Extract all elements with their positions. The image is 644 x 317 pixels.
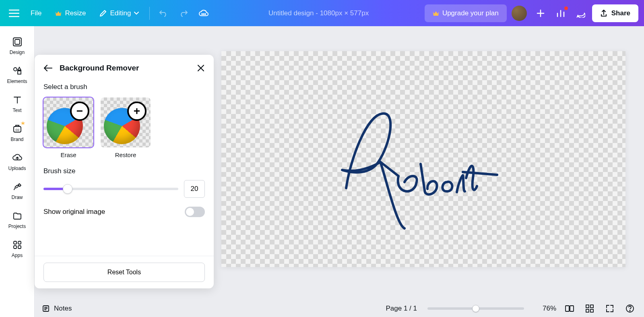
reset-tools-button[interactable]: Reset Tools	[43, 263, 205, 282]
brush-size-value[interactable]: 20	[184, 180, 205, 198]
document-title[interactable]: Untitled design - 1080px × 577px	[215, 9, 422, 17]
bottombar: Notes Page 1 / 1 76%	[35, 300, 644, 317]
chevron-down-icon	[134, 12, 139, 15]
share-label: Share	[611, 9, 630, 17]
brush-erase-label: Erase	[60, 151, 76, 158]
sidebar-item-label: Uploads	[8, 166, 26, 171]
brush-size-label: Brush size	[43, 167, 205, 175]
crown-icon	[55, 10, 62, 16]
topbar: File Resize Editing Untitled design - 10…	[0, 0, 644, 26]
sidebar-item-label: Projects	[8, 224, 26, 229]
svg-point-3	[203, 14, 204, 15]
svg-rect-25	[566, 306, 569, 311]
svg-rect-28	[590, 305, 593, 308]
resize-label: Resize	[65, 9, 86, 17]
sidebar-item-label: Elements	[7, 79, 27, 84]
sidebar-item-brand[interactable]: co Brand	[0, 119, 34, 147]
fullscreen-button[interactable]	[603, 302, 617, 315]
share-button[interactable]: Share	[592, 4, 638, 22]
pencil-icon	[99, 10, 107, 17]
zoom-slider[interactable]	[427, 307, 524, 310]
show-original-label: Show original image	[43, 208, 105, 216]
svg-rect-20	[18, 246, 21, 249]
minus-icon: −	[70, 102, 89, 121]
editing-menu[interactable]: Editing	[94, 5, 144, 22]
resize-menu[interactable]: Resize	[50, 5, 91, 22]
pages-view-button[interactable]	[563, 302, 576, 315]
page-indicator: Page 1 / 1	[386, 305, 417, 313]
sidebar-item-draw[interactable]: Draw	[0, 177, 34, 205]
redo-button[interactable]	[175, 5, 192, 22]
svg-rect-19	[14, 246, 17, 249]
brush-option-restore[interactable]: + Restore	[101, 97, 151, 158]
brush-size-slider[interactable]	[43, 188, 178, 190]
artboard[interactable]	[221, 51, 625, 267]
sidebar-item-apps[interactable]: Apps	[0, 235, 34, 263]
sidebar-item-design[interactable]: Design	[0, 32, 34, 60]
upload-icon	[600, 10, 607, 17]
undo-button[interactable]	[155, 5, 172, 22]
notes-label: Notes	[54, 305, 72, 313]
sidebar-item-uploads[interactable]: Uploads	[0, 148, 34, 176]
main-menu-button[interactable]	[6, 5, 23, 22]
help-button[interactable]	[623, 302, 637, 315]
sidebar-item-label: Apps	[12, 253, 23, 258]
svg-point-5	[202, 14, 202, 15]
brush-section-label: Select a brush	[43, 83, 205, 91]
svg-rect-17	[14, 241, 17, 244]
divider	[149, 7, 150, 20]
comment-button[interactable]	[572, 5, 590, 22]
svg-rect-18	[18, 241, 21, 244]
sidebar-item-label: Draw	[11, 195, 23, 200]
insights-button[interactable]	[552, 5, 570, 22]
svg-rect-29	[586, 309, 589, 312]
svg-point-32	[630, 311, 630, 311]
crown-icon	[433, 10, 439, 16]
sidebar-item-text[interactable]: Text	[0, 90, 34, 118]
close-button[interactable]	[197, 64, 205, 72]
brush-restore-label: Restore	[115, 151, 136, 158]
brush-option-erase[interactable]: − Erase	[43, 97, 93, 158]
sidebar-item-projects[interactable]: Projects	[0, 206, 34, 234]
show-original-toggle[interactable]	[185, 207, 205, 217]
file-menu[interactable]: File	[25, 5, 47, 22]
editing-label: Editing	[110, 9, 131, 17]
sidebar-item-label: Design	[10, 50, 25, 55]
background-remover-panel: Background Remover Select a brush − Eras…	[35, 55, 214, 288]
svg-rect-26	[570, 306, 574, 311]
svg-rect-27	[586, 305, 589, 308]
sidebar-item-label: Brand	[10, 137, 23, 142]
svg-rect-12	[15, 39, 20, 44]
add-button[interactable]	[532, 5, 549, 22]
sidebar: Design Elements Text co Brand Uploads Dr…	[0, 26, 35, 317]
cloud-sync-button[interactable]	[195, 5, 213, 22]
avatar[interactable]	[512, 6, 527, 21]
svg-point-13	[14, 68, 17, 71]
file-menu-label: File	[31, 9, 41, 17]
grid-view-button[interactable]	[583, 302, 597, 315]
upgrade-button[interactable]: Upgrade your plan	[425, 4, 507, 22]
upgrade-label: Upgrade your plan	[442, 9, 499, 17]
sidebar-item-elements[interactable]: Elements	[0, 61, 34, 89]
svg-text:co: co	[15, 128, 19, 132]
panel-title: Background Remover	[60, 64, 139, 73]
signature-image	[334, 104, 503, 232]
back-button[interactable]	[43, 64, 52, 72]
svg-point-4	[205, 14, 206, 15]
svg-rect-14	[18, 71, 21, 74]
svg-rect-30	[590, 309, 593, 312]
zoom-percentage[interactable]: 76%	[535, 305, 556, 313]
notes-button[interactable]: Notes	[42, 305, 72, 313]
plus-icon: +	[127, 102, 147, 121]
svg-rect-11	[13, 38, 21, 46]
sidebar-item-label: Text	[12, 108, 21, 113]
